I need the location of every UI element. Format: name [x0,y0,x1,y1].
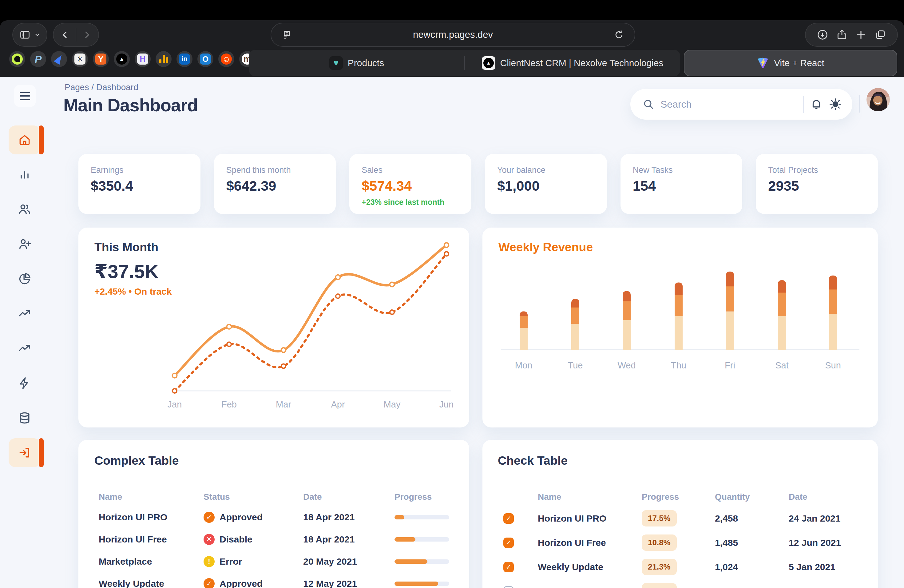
row-quantity: 1,485 [715,537,789,548]
table-row[interactable]: Marketplace ! Error 20 May 2021 [99,550,449,573]
linkedin-logo[interactable]: in [177,51,193,67]
column-header[interactable]: Name [538,492,642,502]
address-bar[interactable]: newcrm.pages.dev [270,23,635,47]
column-header[interactable]: Date [789,492,878,502]
notifications-bell-icon[interactable] [810,98,823,111]
reddit-logo[interactable]: ☺ [218,51,234,67]
stat-card-spend: Spend this month $642.39 [214,154,336,214]
row-checkbox[interactable]: ✓ [503,537,514,548]
svg-text:Jan: Jan [168,400,182,409]
paypal-logo[interactable]: P [30,51,46,67]
stat-card-earnings: Earnings $350.4 [78,154,201,214]
svg-text:Thu: Thu [671,360,686,370]
toucan-logo[interactable] [9,51,25,67]
reload-icon[interactable] [614,30,624,40]
stat-card-balance: Your balance $1,000 [485,154,607,214]
page-title: Main Dashboard [63,95,198,115]
column-header[interactable]: Progress [642,492,715,502]
row-name: Horizon UI PRO [538,513,642,524]
sidebar-toggle-button[interactable] [12,23,47,47]
weekly-revenue-chart-card: Weekly Revenue MonTueWedThuFriSatSun [482,228,878,427]
table-header-row: Name Progress Quantity Date [503,488,878,506]
sidebar-item-users[interactable] [9,195,41,224]
row-checkbox[interactable]: ✓ [503,562,514,572]
sidebar-item-database[interactable] [9,403,41,432]
stat-label: Spend this month [226,166,324,175]
status-label: Approved [220,579,262,588]
row-date: 20 May 2021 [303,556,395,567]
breadcrumb[interactable]: Pages / Dashboard [65,82,138,92]
svg-text:Fri: Fri [725,360,735,370]
search-input[interactable] [661,99,797,110]
h-logo[interactable]: H [135,51,151,67]
clientnest-favicon: ▲ [482,56,495,70]
row-quantity: 2,458 [715,513,789,524]
column-header[interactable]: Quantity [715,492,789,502]
sidebar-item-bar-chart[interactable] [9,160,41,189]
url-text: newcrm.pages.dev [292,29,614,40]
sidebar-item-trending-up[interactable] [9,299,41,328]
progress-bar [395,582,449,586]
table-row[interactable]: Venus 3D Asset 31.5% 858 7 Mar 2021 [503,579,878,588]
downloads-button[interactable] [817,29,828,41]
divider [859,95,860,112]
back-button[interactable] [60,30,71,40]
sidebar-item-sign-in[interactable] [9,438,41,467]
chart-title: Weekly Revenue [498,240,593,254]
theme-sun-icon[interactable] [829,98,842,111]
share-button[interactable] [836,29,848,41]
vercel-logo[interactable]: ▲ [114,51,130,67]
status-icon: ✓ [204,578,215,588]
status-icon: ✓ [204,512,215,523]
sidebar-item-user-plus[interactable] [9,230,41,259]
reader-view-icon[interactable] [282,30,292,40]
chart-title: This Month [95,240,172,254]
divider [803,96,804,113]
tab-active-vite[interactable]: Vite + React [684,50,897,76]
outlook-logo[interactable]: O [198,51,213,67]
ycombinator-logo[interactable]: Y [93,51,109,67]
table-row[interactable]: Horizon UI Free ✕ Disable 18 Apr 2021 [99,528,449,550]
sidebar-item-pie-chart[interactable] [9,264,41,293]
table-row[interactable]: ✓ Weekly Update 21.3% 1,024 5 Jan 2021 [503,555,878,579]
bar-chart: MonTueWedThuFriSatSun [482,228,878,427]
column-header[interactable]: Status [204,492,303,502]
menu-toggle-button[interactable] [14,85,36,107]
history-nav [53,23,99,47]
column-header[interactable]: Date [303,492,395,502]
check-table-card: Check Table Name Progress Quantity Date … [482,440,878,588]
sidebar-item-home[interactable] [9,125,41,154]
table-row[interactable]: ✓ Horizon UI PRO 17.5% 2,458 24 Jan 2021 [503,506,878,531]
status-label: Approved [220,512,262,523]
products-favicon: ♥ [329,56,343,70]
row-checkbox[interactable]: ✓ [503,513,514,524]
row-checkbox[interactable] [503,586,514,588]
sidebar-item-trending-up[interactable] [9,334,41,363]
column-header[interactable]: Progress [395,492,449,502]
chevron-down-icon [34,32,41,38]
forward-button[interactable] [81,30,92,40]
table-title: Complex Table [95,454,449,468]
tab-overview-button[interactable] [874,29,886,41]
tab-products[interactable]: ♥ Products [249,50,464,76]
vite-favicon [757,57,769,69]
table-row[interactable]: Weekly Update ✓ Approved 12 May 2021 [99,573,449,588]
row-quantity: 1,024 [715,562,789,572]
analytics-logo[interactable] [156,51,172,67]
column-header[interactable]: Name [99,492,204,502]
tab-title: Products [348,58,384,68]
arrow-logo[interactable] [51,51,67,67]
tab-clientnest[interactable]: ▲ ClientNest CRM | Nexolve Technologies [465,50,680,76]
stat-value: $574.34 [362,178,459,194]
svg-text:Sat: Sat [775,360,789,370]
sidebar-item-bolt[interactable] [9,369,41,398]
new-tab-button[interactable] [855,29,867,41]
progress-badge: 17.5% [642,510,677,526]
table-row[interactable]: Horizon UI PRO ✓ Approved 18 Apr 2021 [99,506,449,528]
openai-logo[interactable]: ✳ [72,51,88,67]
table-body: ✓ Horizon UI PRO 17.5% 2,458 24 Jan 2021… [503,506,878,588]
table-row[interactable]: ✓ Horizon UI Free 10.8% 1,485 12 Jun 202… [503,531,878,555]
tables-row: Complex Table Name Status Date Progress … [78,440,878,588]
user-avatar[interactable] [866,88,890,111]
pie-chart-icon [18,272,32,286]
